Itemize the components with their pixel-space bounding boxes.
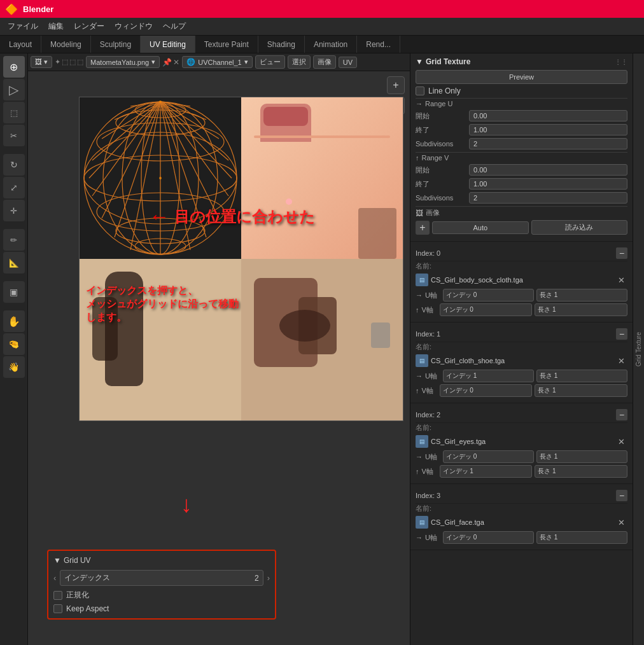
annotation-index-info: インデックスを押すと、 メッシュがグリッドに沿って移動します。 — [86, 284, 241, 324]
index-0-minus-btn[interactable]: − — [616, 247, 627, 259]
index-0-name-label: 名前: — [416, 261, 627, 271]
menu-window[interactable]: ウィンドウ — [109, 20, 158, 33]
tab-modeling[interactable]: Modeling — [41, 36, 91, 53]
index-prev-btn[interactable]: ‹ — [53, 573, 56, 583]
range-u-row: → Range U — [416, 100, 627, 108]
read-button[interactable]: 読み込み — [531, 220, 628, 235]
tab-animation[interactable]: Animation — [305, 36, 357, 53]
normalize-checkbox-row: 正規化 — [53, 590, 270, 600]
sphere-mesh-svg — [80, 97, 241, 259]
end-u-field[interactable]: 1.00 — [469, 124, 627, 135]
subdivisions-u-row: Subdivisons 2 — [416, 138, 627, 149]
editor-type-dropdown[interactable]: 🖼 ▾ — [31, 56, 52, 68]
relax-tool[interactable]: 👋 — [3, 356, 25, 378]
index-1-header: Index: 1 − — [416, 326, 627, 342]
texture-index-3-section: Index: 3 − 名前: ▤ CS_Girl_face.tga ✕ → U軸… — [410, 484, 633, 550]
index-2-v-index-field[interactable]: インデッ 1 — [440, 465, 533, 478]
texture-index-1-section: Index: 1 − 名前: ▤ CS_Girl_cloth_shoe.tga … — [410, 322, 633, 403]
index-0-v-length-field[interactable]: 長さ 1 — [535, 303, 627, 316]
texture-3-close[interactable]: ✕ — [615, 517, 627, 529]
lasso-tool[interactable]: ✂ — [3, 125, 25, 146]
menu-file[interactable]: ファイル — [3, 20, 43, 33]
tab-uv-editing[interactable]: UV Editing — [141, 36, 195, 53]
image-name-dropdown[interactable]: MatometaYatu.png ▾ — [86, 56, 160, 68]
grid-uv-title: ▼ Grid UV — [53, 556, 270, 565]
image-buttons-row: + Auto 読み込み — [416, 220, 627, 235]
tab-layout[interactable]: Layout — [0, 36, 41, 53]
grid-texture-section: ▼ Grid Texture ⋮⋮ Preview Line Only → Ra… — [410, 53, 633, 242]
index-3-u-length-field[interactable]: 長さ 1 — [536, 531, 627, 544]
index-2-u-length-field[interactable]: 長さ 1 — [536, 450, 627, 463]
far-right-panel[interactable]: Grid Texture — [633, 53, 644, 645]
texture-1-close[interactable]: ✕ — [615, 355, 627, 367]
texture-0-close[interactable]: ✕ — [615, 274, 627, 286]
auto-button[interactable]: Auto — [432, 221, 529, 234]
pinch-tool[interactable]: 🤏 — [3, 333, 25, 355]
channel-dropdown[interactable]: 🌐 UVChannel_1 ▾ — [182, 56, 253, 68]
index-field[interactable]: インデックス 2 — [60, 570, 263, 586]
keep-aspect-checkbox[interactable] — [53, 604, 62, 613]
menu-edit[interactable]: 編集 — [43, 20, 69, 33]
index-3-minus-btn[interactable]: − — [616, 490, 627, 501]
subdivisions-v-row: Subdivisons 2 — [416, 192, 627, 204]
subdivisions-v-field[interactable]: 2 — [469, 192, 627, 204]
add-image-button[interactable]: + — [416, 221, 430, 235]
zoom-in-button[interactable]: + — [387, 76, 405, 94]
cube-tool[interactable]: ▣ — [3, 281, 25, 303]
subdivisions-u-field[interactable]: 2 — [469, 138, 627, 149]
preview-button[interactable]: Preview — [416, 70, 627, 84]
uv-image-grid: インデックスを押すと、 メッシュがグリッドに沿って移動します。 — [79, 97, 403, 421]
index-3-u-index-field[interactable]: インデッ 0 — [443, 531, 534, 544]
index-2-minus-btn[interactable]: − — [616, 409, 627, 420]
keep-aspect-checkbox-row: Keep Aspect — [53, 604, 270, 613]
view-menu[interactable]: ビュー — [255, 55, 285, 69]
menu-render[interactable]: レンダー — [69, 20, 109, 33]
normalize-checkbox[interactable] — [53, 591, 62, 600]
select-tool[interactable]: ▷ — [3, 79, 25, 101]
select-menu[interactable]: 選択 — [288, 55, 311, 69]
end-v-field[interactable]: 1.00 — [469, 178, 627, 190]
uv-canvas: + ⊕ — [28, 71, 410, 645]
tab-render[interactable]: Rend... — [357, 36, 400, 53]
index-1-u-length-field[interactable]: 長さ 1 — [536, 370, 627, 382]
index-1-v-index-field[interactable]: インデッ 0 — [440, 384, 533, 397]
uv-menu[interactable]: UV — [339, 57, 357, 68]
index-1-u-index-field[interactable]: インデッ 1 — [443, 370, 534, 382]
index-0-u-length-field[interactable]: 長さ 1 — [536, 289, 627, 302]
menu-help[interactable]: ヘルプ — [158, 20, 191, 33]
texture-3-icon: ▤ — [416, 516, 428, 529]
end-u-row: 終了 1.00 — [416, 124, 627, 135]
tab-texture-paint[interactable]: Texture Paint — [195, 36, 258, 53]
texture-2-close[interactable]: ✕ — [615, 436, 627, 448]
close-image-icon[interactable]: ✕ — [173, 58, 179, 67]
image-section-header: 🖼 画像 — [416, 208, 627, 218]
index-0-v-index-field[interactable]: インデッ 0 — [440, 303, 533, 316]
image-header: 🖼 ▾ ✦ ⬚ ⬚ ⬚ MatometaYatu.png ▾ 📌 ✕ 🌐 UVC… — [28, 53, 410, 71]
svg-point-32 — [159, 101, 162, 103]
index-0-u-index-field[interactable]: インデッ 0 — [443, 289, 534, 302]
line-only-checkbox[interactable] — [416, 87, 424, 95]
scale-tool[interactable]: ⤢ — [3, 177, 25, 198]
index-2-u-index-field[interactable]: インデッ 0 — [443, 450, 534, 463]
pin-icon[interactable]: 📌 — [162, 58, 172, 67]
uv-cell-face — [241, 97, 403, 259]
index-next-btn[interactable]: › — [267, 573, 270, 583]
grab-tool[interactable]: ✋ — [3, 310, 25, 332]
index-2-v-length-field[interactable]: 長さ 1 — [535, 465, 627, 478]
transform-tool[interactable]: ✛ — [3, 200, 25, 221]
uv-cell-mesh — [80, 97, 241, 259]
index-0-header: Index: 0 − — [416, 246, 627, 261]
tab-shading[interactable]: Shading — [258, 36, 305, 53]
cursor-tool[interactable]: ⊕ — [3, 56, 25, 78]
index-1-v-length-field[interactable]: 長さ 1 — [535, 384, 627, 397]
box-select-tool[interactable]: ⬚ — [3, 102, 25, 123]
start-v-field[interactable]: 0.00 — [469, 164, 627, 176]
range-v-row: ↑ Range V — [416, 154, 627, 162]
image-menu[interactable]: 画像 — [313, 55, 336, 69]
rotate-tool[interactable]: ↻ — [3, 154, 25, 176]
measure-tool[interactable]: 📐 — [3, 252, 25, 274]
tab-sculpting[interactable]: Sculpting — [91, 36, 141, 53]
start-u-field[interactable]: 0.00 — [469, 110, 627, 121]
annotate-tool[interactable]: ✏ — [3, 229, 25, 251]
index-1-minus-btn[interactable]: − — [616, 328, 627, 340]
